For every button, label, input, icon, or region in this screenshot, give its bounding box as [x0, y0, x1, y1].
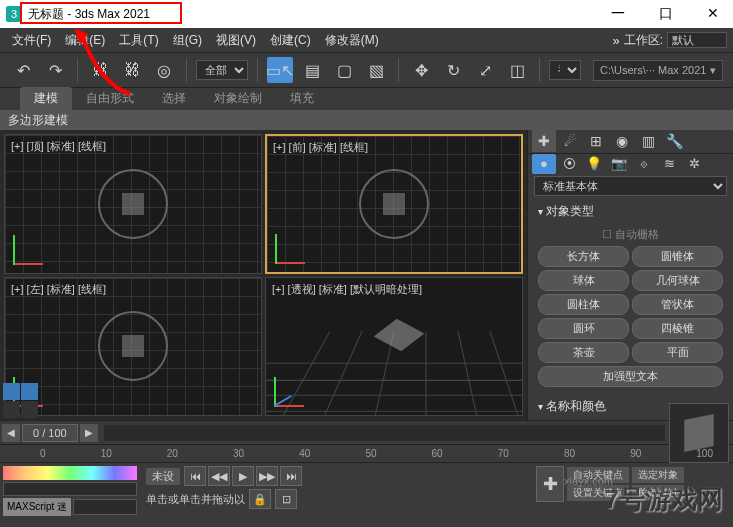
maxscript-input[interactable] — [73, 499, 137, 515]
rollout-objecttype[interactable]: 对象类型 — [532, 200, 729, 223]
cone-button[interactable]: 圆锥体 — [632, 246, 723, 267]
menu-file[interactable]: 文件(F) — [6, 30, 57, 51]
menu-edit[interactable]: 编辑(E) — [59, 30, 111, 51]
viewport-top-label[interactable]: [+] [顶] [标准] [线框] — [11, 139, 106, 154]
ribbon-subtab[interactable]: 多边形建模 — [0, 110, 733, 130]
tube-button[interactable]: 管状体 — [632, 294, 723, 315]
teapot-button[interactable]: 茶壶 — [538, 342, 629, 363]
tab-populate[interactable]: 填充 — [276, 87, 328, 110]
viewport-perspective[interactable]: [+] [透视] [标准] [默认明暗处理] — [265, 277, 523, 417]
timeslider-track[interactable] — [104, 425, 665, 441]
time-slider[interactable]: ◀ 0 / 100 ▶ — [0, 420, 733, 444]
lights-icon[interactable]: 💡 — [582, 154, 606, 174]
viewport-front-label[interactable]: [+] [前] [标准] [线框] — [273, 140, 368, 155]
geosphere-button[interactable]: 几何球体 — [632, 270, 723, 291]
goto-start-button[interactable]: ⏮ — [184, 466, 206, 486]
timeslider-frame[interactable]: 0 / 100 — [22, 424, 78, 442]
category-dropdown[interactable]: 标准基本体 — [534, 176, 727, 196]
textplus-button[interactable]: 加强型文本 — [538, 366, 723, 387]
motion-tab-icon[interactable]: ◉ — [610, 130, 634, 152]
selected-button[interactable]: 选定对象 — [632, 467, 684, 483]
utilities-tab-icon[interactable]: 🔧 — [662, 130, 686, 152]
systems-icon[interactable]: ✲ — [682, 154, 706, 174]
helpers-icon[interactable]: ⟐ — [632, 154, 656, 174]
modify-tab-icon[interactable]: ☄ — [558, 130, 582, 152]
play-button[interactable]: ▶ — [232, 466, 254, 486]
geometry-icon[interactable]: ● — [532, 154, 556, 174]
undo-status[interactable]: 未设 — [146, 468, 180, 485]
viewcube-icon[interactable] — [98, 311, 168, 381]
autokey-button[interactable]: 自动关键点 — [567, 467, 629, 483]
menu-create[interactable]: 创建(C) — [264, 30, 317, 51]
isolate-button[interactable]: ⊡ — [275, 489, 297, 509]
trackview-mini[interactable] — [3, 482, 137, 496]
torus-button[interactable]: 圆环 — [538, 318, 629, 339]
tab-selection[interactable]: 选择 — [148, 87, 200, 110]
color-swatch-bar[interactable] — [3, 466, 137, 480]
scale-button[interactable]: ⤢ — [472, 57, 498, 83]
box-button[interactable]: 长方体 — [538, 246, 629, 267]
set-key-button[interactable]: ✚ — [536, 466, 564, 502]
cameras-icon[interactable]: 📷 — [607, 154, 631, 174]
create-tab-icon[interactable]: ✚ — [532, 130, 556, 152]
plane-button[interactable]: 平面 — [632, 342, 723, 363]
display-tab-icon[interactable]: ▥ — [636, 130, 660, 152]
rotate-button[interactable]: ↻ — [440, 57, 466, 83]
tab-modeling[interactable]: 建模 — [20, 87, 72, 110]
spacewarps-icon[interactable]: ≋ — [657, 154, 681, 174]
timeslider-prev[interactable]: ◀ — [2, 424, 20, 442]
goto-end-button[interactable]: ⏭ — [280, 466, 302, 486]
viewcube-icon[interactable] — [98, 169, 168, 239]
cylinder-button[interactable]: 圆柱体 — [538, 294, 629, 315]
keyfilter-button[interactable]: 关键点过 — [632, 485, 684, 501]
viewport-front[interactable]: [+] [前] [标准] [线框] — [265, 134, 523, 274]
move-button[interactable]: ✥ — [408, 57, 434, 83]
pyramid-button[interactable]: 四棱锥 — [632, 318, 723, 339]
unlink-button[interactable]: ⛓̸ — [119, 57, 145, 83]
viewport-left[interactable]: [+] [左] [标准] [线框] — [4, 277, 262, 417]
prev-frame-button[interactable]: ◀◀ — [208, 466, 230, 486]
sphere-button[interactable]: 球体 — [538, 270, 629, 291]
viewport-persp-label[interactable]: [+] [透视] [标准] [默认明暗处理] — [272, 282, 422, 297]
autogrid-checkbox[interactable]: ☐ 自动栅格 — [538, 225, 723, 244]
menu-view[interactable]: 视图(V) — [210, 30, 262, 51]
setkey-button[interactable]: 设置关键点 — [567, 485, 629, 501]
menu-group[interactable]: 组(G) — [167, 30, 208, 51]
next-frame-button[interactable]: ▶▶ — [256, 466, 278, 486]
viewport-left-label[interactable]: [+] [左] [标准] [线框] — [11, 282, 106, 297]
track-bar[interactable]: 0 10 20 30 40 50 60 70 80 90 100 — [0, 444, 733, 462]
refcoord-select[interactable]: 视 — [549, 60, 581, 80]
menu-modifiers[interactable]: 修改器(M) — [319, 30, 385, 51]
workspace-select[interactable] — [667, 32, 727, 48]
bind-button[interactable]: ◎ — [151, 57, 177, 83]
vplayout-btn[interactable] — [3, 401, 20, 418]
menu-overflow-icon[interactable]: » — [612, 33, 619, 48]
vplayout-btn[interactable] — [21, 383, 38, 400]
project-path[interactable]: C:\Users\··· Max 2021▾ — [593, 60, 723, 81]
shapes-icon[interactable]: ⦿ — [557, 154, 581, 174]
lock-button[interactable]: 🔒 — [249, 489, 271, 509]
rect-select-button[interactable]: ▢ — [331, 57, 357, 83]
tab-freeform[interactable]: 自由形式 — [72, 87, 148, 110]
tick: 90 — [630, 448, 641, 459]
viewcube-icon[interactable] — [359, 169, 429, 239]
undo-button[interactable]: ↶ — [10, 57, 36, 83]
place-button[interactable]: ◫ — [504, 57, 530, 83]
tab-objectpaint[interactable]: 对象绘制 — [200, 87, 276, 110]
redo-button[interactable]: ↷ — [42, 57, 68, 83]
vplayout-btn[interactable] — [21, 401, 38, 418]
hierarchy-tab-icon[interactable]: ⊞ — [584, 130, 608, 152]
prompt-text: 单击或单击并拖动以 — [146, 492, 245, 507]
selection-filter[interactable]: 全部 — [196, 60, 248, 80]
maximize-button[interactable]: 口 — [651, 5, 681, 23]
vplayout-btn[interactable] — [3, 383, 20, 400]
minimize-button[interactable]: 一 — [603, 5, 633, 23]
select-button[interactable]: ▭↖ — [267, 57, 293, 83]
link-button[interactable]: ⛓ — [87, 57, 113, 83]
viewport-top[interactable]: [+] [顶] [标准] [线框] — [4, 134, 262, 274]
window-crossing-button[interactable]: ▧ — [363, 57, 389, 83]
timeslider-next[interactable]: ▶ — [80, 424, 98, 442]
close-button[interactable]: ✕ — [699, 5, 727, 23]
menu-tools[interactable]: 工具(T) — [113, 30, 164, 51]
select-name-button[interactable]: ▤ — [299, 57, 325, 83]
